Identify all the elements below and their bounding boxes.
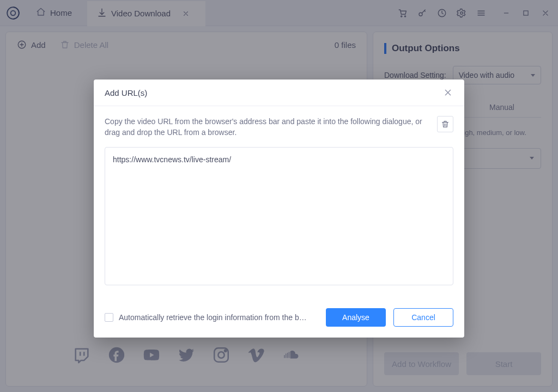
cancel-button[interactable]: Cancel (393, 308, 453, 327)
clear-urls-button[interactable] (437, 116, 453, 132)
analyse-button[interactable]: Analyse (326, 308, 386, 327)
url-input[interactable] (105, 147, 453, 285)
close-icon[interactable] (442, 87, 453, 98)
checkbox-icon (105, 313, 113, 322)
auto-login-label: Automatically retrieve the login informa… (119, 313, 307, 322)
dialog-description: Copy the video URL from the browser's ad… (105, 116, 429, 138)
add-url-dialog: Add URL(s) Copy the video URL from the b… (94, 79, 464, 338)
auto-login-checkbox[interactable]: Automatically retrieve the login informa… (105, 313, 318, 322)
dialog-title: Add URL(s) (105, 88, 147, 97)
